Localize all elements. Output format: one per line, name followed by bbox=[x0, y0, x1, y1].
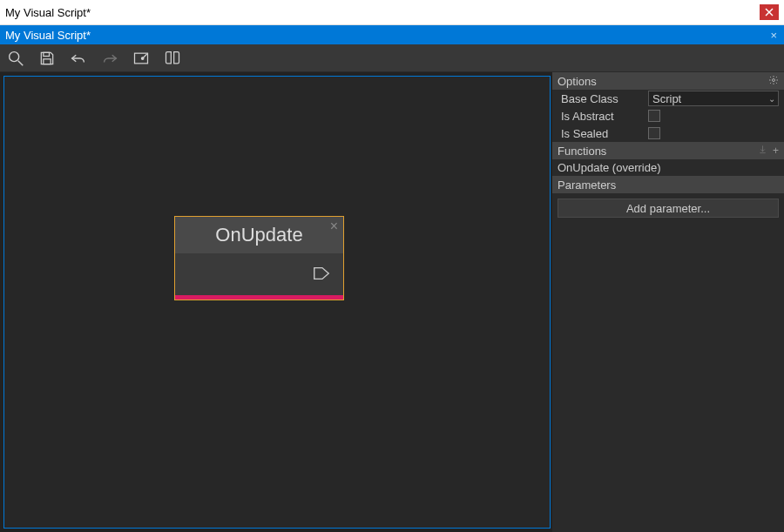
prop-is-sealed: Is Sealed bbox=[552, 125, 784, 142]
window-titlebar: My Visual Script* bbox=[0, 0, 784, 25]
is-abstract-label: Is Abstract bbox=[558, 110, 648, 123]
node-accent-bar bbox=[175, 295, 343, 300]
docs-icon[interactable] bbox=[162, 48, 183, 69]
svg-point-8 bbox=[773, 78, 775, 81]
options-header-label: Options bbox=[558, 75, 597, 88]
window-close-button[interactable] bbox=[760, 4, 779, 20]
function-item-label: OnUpdate (override) bbox=[558, 161, 661, 174]
prop-is-abstract: Is Abstract bbox=[552, 107, 784, 125]
inspector-sidebar: Options Base Class Script ⌄ Is Abstract … bbox=[552, 72, 784, 532]
undo-icon[interactable] bbox=[68, 48, 89, 69]
node-close-icon[interactable]: × bbox=[330, 219, 338, 234]
exec-output-pin-icon[interactable] bbox=[312, 265, 331, 285]
svg-rect-4 bbox=[44, 52, 50, 56]
parameters-panel-header[interactable]: Parameters bbox=[552, 176, 784, 193]
override-dropdown-icon[interactable] bbox=[758, 145, 767, 157]
svg-point-7 bbox=[141, 57, 144, 59]
node-title: OnUpdate bbox=[215, 224, 302, 246]
gear-icon[interactable] bbox=[768, 75, 779, 88]
canvas-container: OnUpdate × bbox=[0, 72, 552, 532]
editor-tab-title: My Visual Script* bbox=[5, 29, 768, 42]
function-item-onupdate[interactable]: OnUpdate (override) bbox=[552, 159, 784, 176]
prop-base-class: Base Class Script ⌄ bbox=[552, 90, 784, 107]
base-class-value: Script bbox=[652, 92, 681, 105]
svg-rect-5 bbox=[44, 58, 51, 64]
node-header[interactable]: OnUpdate × bbox=[175, 217, 343, 253]
add-parameter-button[interactable]: Add parameter... bbox=[558, 199, 779, 218]
base-class-label: Base Class bbox=[558, 92, 648, 105]
center-view-icon[interactable] bbox=[131, 48, 152, 69]
options-panel-header[interactable]: Options bbox=[552, 72, 784, 90]
graph-canvas[interactable]: OnUpdate × bbox=[3, 76, 551, 529]
is-abstract-checkbox[interactable] bbox=[648, 110, 660, 122]
functions-panel-header[interactable]: Functions + bbox=[552, 142, 784, 159]
add-function-icon[interactable]: + bbox=[773, 145, 779, 157]
is-sealed-label: Is Sealed bbox=[558, 127, 648, 140]
svg-line-3 bbox=[18, 60, 24, 65]
chevron-down-icon: ⌄ bbox=[768, 94, 775, 104]
add-parameter-label: Add parameter... bbox=[626, 202, 710, 215]
redo-icon bbox=[99, 48, 120, 69]
node-body bbox=[175, 253, 343, 295]
window-title: My Visual Script* bbox=[5, 6, 760, 19]
parameters-header-label: Parameters bbox=[558, 178, 616, 192]
search-icon[interactable] bbox=[5, 48, 26, 69]
base-class-dropdown[interactable]: Script ⌄ bbox=[648, 91, 779, 106]
graph-node-onupdate[interactable]: OnUpdate × bbox=[174, 216, 344, 300]
toolbar bbox=[0, 44, 784, 72]
editor-tab-bar: My Visual Script* × bbox=[0, 25, 784, 44]
is-sealed-checkbox[interactable] bbox=[648, 127, 660, 139]
editor-tab-close-icon[interactable]: × bbox=[768, 29, 779, 42]
workspace: OnUpdate × Options Base Class bbox=[0, 72, 784, 532]
save-icon[interactable] bbox=[37, 48, 57, 69]
functions-header-label: Functions bbox=[558, 145, 606, 158]
svg-point-2 bbox=[10, 51, 19, 61]
